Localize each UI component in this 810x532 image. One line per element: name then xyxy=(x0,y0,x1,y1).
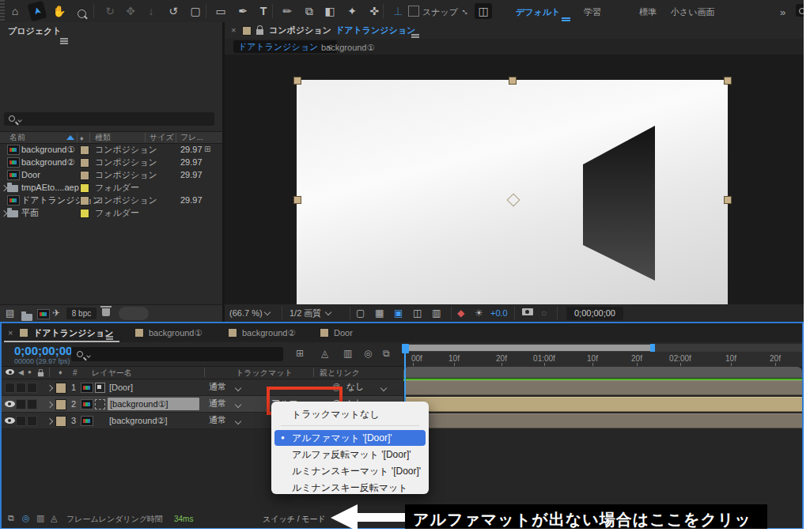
timeline-tab-menu-icon[interactable] xyxy=(106,330,113,339)
rotobrush-tool-icon[interactable]: ✦ xyxy=(343,3,361,19)
layer-name[interactable]: [background①] xyxy=(110,400,168,409)
twirl-icon[interactable] xyxy=(47,402,53,408)
selection-handle[interactable] xyxy=(293,77,301,85)
project-row[interactable]: Door コンポジション 29.97 xyxy=(0,168,222,181)
selection-handle[interactable] xyxy=(293,196,301,204)
orbit-tool-icon[interactable]: ↻ xyxy=(101,3,119,19)
parent-dropdown[interactable]: なし xyxy=(346,381,365,393)
project-row[interactable]: tmpAEto....aep フォルダー xyxy=(0,181,222,194)
workspace-tab-default[interactable]: デフォルト xyxy=(516,6,560,18)
comp-viewer[interactable] xyxy=(225,55,804,310)
grid-options-icon[interactable]: ▦ xyxy=(375,308,384,319)
new-folder-icon[interactable] xyxy=(21,314,32,321)
layer-label-swatch[interactable] xyxy=(55,399,66,410)
axis-mode-icon[interactable]: ⊥ xyxy=(389,3,407,19)
column-frame[interactable]: フレ... xyxy=(180,134,203,141)
exposure-icon[interactable]: ☀ xyxy=(475,308,483,319)
timeline-tab[interactable]: background① xyxy=(149,329,202,338)
blend-mode-dropdown[interactable]: 通常 xyxy=(209,381,226,393)
shape-tool-icon[interactable]: ▭ xyxy=(212,3,229,19)
project-table-header[interactable]: 名前 ♦ 種類 サイズ フレ... xyxy=(0,131,222,144)
layer-label-swatch[interactable] xyxy=(55,416,66,427)
visibility-eye-icon[interactable] xyxy=(5,417,15,424)
channel-icon[interactable]: ◆ xyxy=(457,308,464,319)
timeline-timecode[interactable]: 0;00;00;00 xyxy=(14,345,72,357)
layer-name[interactable]: [background②] xyxy=(109,417,167,425)
selection-tool-icon[interactable]: ➤ xyxy=(27,1,47,21)
workspace-tab-small-screen[interactable]: 小さい画面 xyxy=(671,6,715,18)
column-name[interactable]: 名前 xyxy=(9,134,25,141)
twirl-icon[interactable] xyxy=(1,185,7,191)
eraser-tool-icon[interactable]: ◧ xyxy=(321,3,339,19)
brush-tool-icon[interactable]: ✏ xyxy=(278,3,296,19)
twirl-icon[interactable] xyxy=(1,210,7,217)
layer-label-swatch[interactable] xyxy=(55,383,66,394)
layer-name-selected-chip[interactable]: [background①] xyxy=(108,398,199,410)
layer-row-door[interactable]: 1 [Door] 通常 @ なし xyxy=(2,379,403,396)
menu-item-luma-matte[interactable]: ルミナンスキーマット '[Door]' xyxy=(274,463,426,479)
graph-editor-icon[interactable]: ⧉ xyxy=(383,349,390,358)
workspace-search-icon[interactable] xyxy=(796,4,804,17)
layer-bar-background2[interactable] xyxy=(404,413,802,428)
project-row[interactable]: background① コンポジション 29.97 ⊞ xyxy=(0,143,222,156)
column-size[interactable]: サイズ xyxy=(150,134,174,141)
workspace-overflow-icon[interactable]: » xyxy=(780,6,785,18)
text-tool-icon[interactable]: T xyxy=(255,3,272,19)
twirl-icon[interactable] xyxy=(47,385,53,391)
new-composition-icon[interactable] xyxy=(37,309,50,319)
column-type[interactable]: 種類 xyxy=(95,134,111,141)
comp-timecode[interactable]: 0;00;00;00 xyxy=(566,307,623,320)
exposure-value[interactable]: +0.0 xyxy=(490,309,508,318)
lock-icon[interactable] xyxy=(256,29,263,35)
zoom-tool-icon[interactable] xyxy=(73,3,90,22)
region-of-interest-icon[interactable]: ▥ xyxy=(432,308,441,319)
work-area-track[interactable] xyxy=(403,344,802,352)
project-settings-icon[interactable]: ✈ xyxy=(52,308,60,319)
comp-panel-menu-icon[interactable] xyxy=(411,28,419,37)
project-search-input[interactable] xyxy=(4,112,214,126)
timeline-tab[interactable]: Door xyxy=(334,329,353,338)
mask-visibility-icon[interactable]: ◫ xyxy=(413,308,422,319)
menu-item-no-matte[interactable]: トラックマットなし xyxy=(274,406,426,422)
trash-icon[interactable] xyxy=(102,308,110,316)
motion-blur-icon[interactable]: ◎ xyxy=(364,349,372,358)
timeline-tab-active[interactable]: ドアトランジション xyxy=(33,329,113,338)
workspace-tab-learn[interactable]: 学習 xyxy=(584,6,601,18)
snap-options-icon[interactable]: ◫ xyxy=(475,3,492,19)
rotate-tool-icon[interactable]: ↺ xyxy=(165,3,182,19)
composition-flowchart-icon[interactable]: ⊞ xyxy=(296,349,304,358)
workspace-menu-icon[interactable] xyxy=(562,8,570,22)
snap-checkbox[interactable] xyxy=(408,6,419,17)
close-panel-icon[interactable]: × xyxy=(231,26,236,35)
fast-preview-icon[interactable]: ▢ xyxy=(356,308,365,319)
zoom-level-dropdown[interactable]: (66.7 %) xyxy=(229,309,270,318)
project-panel-menu-icon[interactable] xyxy=(60,28,68,43)
blend-mode-dropdown[interactable]: 通常 xyxy=(209,414,226,426)
resolution-dropdown[interactable]: 1/2 画質 xyxy=(290,309,331,318)
timeline-tab[interactable]: background② xyxy=(242,329,295,338)
home-icon[interactable]: ⌂ xyxy=(6,3,24,19)
snapshot-icon[interactable] xyxy=(522,308,533,315)
project-row[interactable]: ドアトランジション コンポジション 29.97 xyxy=(0,194,222,206)
selection-handle[interactable] xyxy=(509,77,517,85)
pan-camera-tool-icon[interactable]: ✥ xyxy=(122,3,139,19)
layer-name[interactable]: [Door] xyxy=(109,383,133,392)
workspace-tab-standard[interactable]: 標準 xyxy=(639,6,657,18)
playhead-handle[interactable] xyxy=(402,344,409,353)
pen-tool-icon[interactable]: ✒ xyxy=(234,3,252,19)
interpret-footage-icon[interactable]: ▤ xyxy=(6,308,14,319)
work-area-end-handle[interactable] xyxy=(650,344,655,352)
project-row[interactable]: background② コンポジション 29.97 xyxy=(0,156,222,168)
breadcrumb-parent-tab[interactable]: background① xyxy=(321,43,374,52)
twirl-icon[interactable] xyxy=(47,418,53,424)
bit-depth-button[interactable]: 8 bpc xyxy=(66,308,97,319)
selection-handle[interactable] xyxy=(724,77,732,85)
menu-item-luma-inverted-matte[interactable]: ルミナンスキー反転マット '[Door]' xyxy=(274,480,426,496)
label-column-icon[interactable]: ♦ xyxy=(80,134,84,142)
work-area-bar[interactable] xyxy=(405,345,655,351)
timeline-search-input[interactable] xyxy=(71,347,283,361)
time-ruler[interactable]: 00f 10f 20f 01:00f 10f 20f 02:00f 10f 20… xyxy=(403,352,802,368)
blend-mode-dropdown[interactable]: 通常 xyxy=(209,398,226,409)
layer-bar-door[interactable] xyxy=(404,380,802,395)
draft-3d-icon[interactable]: ◬ xyxy=(321,349,328,358)
